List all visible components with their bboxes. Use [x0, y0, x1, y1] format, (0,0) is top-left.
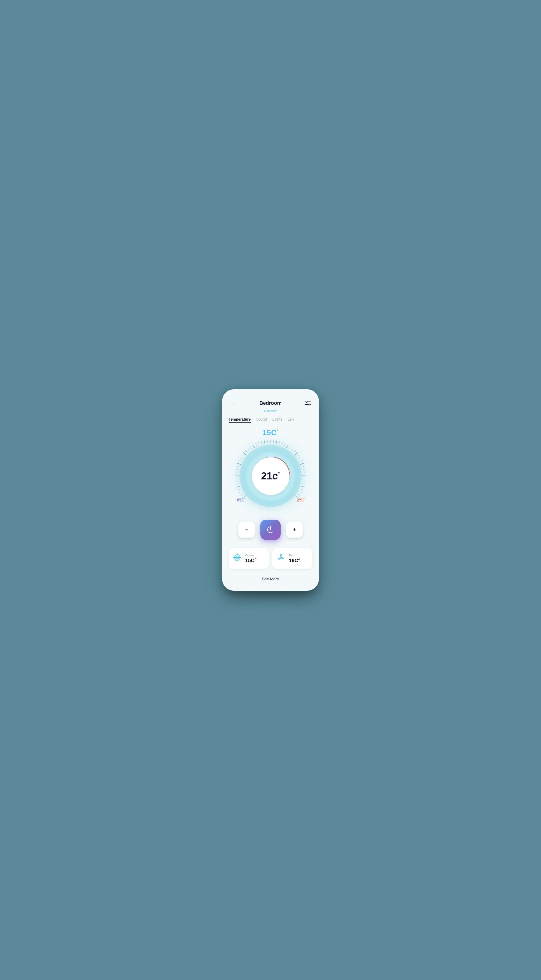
svg-line-23 [250, 447, 251, 448]
svg-line-35 [284, 444, 286, 445]
power-button[interactable] [260, 520, 281, 540]
svg-line-9 [236, 484, 238, 484]
cooler-value: 15C° [245, 558, 257, 563]
svg-line-54 [300, 492, 302, 493]
svg-line-34 [282, 442, 282, 444]
svg-line-6 [239, 492, 241, 493]
tab-temperature[interactable]: Temperature [229, 417, 251, 423]
devices-count: 4 devices [229, 409, 312, 413]
fan-info: Fan 19C° [289, 554, 300, 563]
svg-line-24 [253, 445, 255, 448]
cooler-label: Cooler [245, 554, 257, 557]
svg-line-7 [238, 489, 240, 490]
controls-row: − + [229, 520, 312, 540]
tab-len[interactable]: Len [288, 417, 294, 423]
svg-line-27 [261, 442, 262, 444]
fan-label: Fan [289, 554, 300, 557]
svg-point-1 [306, 401, 307, 402]
header: ← Bedroom [229, 399, 312, 408]
svg-line-33 [279, 442, 279, 444]
see-more-button[interactable]: See More [229, 574, 312, 582]
cooler-icon [232, 553, 242, 565]
svg-line-14 [236, 469, 238, 469]
svg-line-36 [286, 445, 288, 448]
tab-lights[interactable]: Lights [272, 417, 282, 423]
svg-line-18 [240, 458, 242, 459]
svg-line-38 [292, 449, 293, 450]
decrease-button[interactable]: − [238, 522, 255, 538]
svg-line-26 [259, 442, 259, 444]
svg-line-8 [237, 486, 240, 487]
settings-icon [305, 401, 311, 406]
svg-line-51 [303, 484, 305, 484]
svg-line-17 [239, 460, 240, 461]
tabs-bar: Temperature Sound Lights Len [229, 417, 312, 423]
cooler-info: Cooler 15C° [245, 554, 257, 563]
svg-line-37 [290, 447, 291, 448]
svg-line-15 [236, 466, 238, 467]
tab-sound[interactable]: Sound [256, 417, 267, 423]
svg-line-25 [255, 444, 257, 445]
svg-line-19 [241, 455, 243, 456]
current-temperature: 21c° [261, 471, 280, 481]
cooler-card[interactable]: Cooler 15C° [229, 548, 269, 569]
fan-value: 19C° [289, 558, 300, 563]
svg-point-75 [280, 557, 281, 558]
svg-line-44 [300, 463, 304, 465]
svg-line-31 [273, 441, 274, 443]
svg-line-42 [299, 458, 301, 459]
phone-wrapper: ← Bedroom 4 devices Temperature Sound Li… [222, 389, 319, 591]
svg-line-43 [301, 460, 302, 461]
fan-card[interactable]: Fan 19C° [272, 548, 312, 569]
max-temperature: 25C° [297, 497, 305, 503]
fan-icon [276, 553, 286, 565]
increase-button[interactable]: + [286, 522, 303, 538]
back-button[interactable]: ← [229, 399, 238, 408]
device-cards: Cooler 15C° Fan 19C [229, 548, 312, 569]
inner-circle: 21c° [252, 457, 290, 495]
phone-screen: ← Bedroom 4 devices Temperature Sound Li… [222, 389, 319, 591]
svg-line-45 [303, 466, 305, 467]
svg-line-41 [298, 455, 299, 456]
svg-line-52 [301, 486, 304, 487]
svg-line-32 [276, 441, 277, 444]
svg-line-5 [241, 494, 243, 495]
svg-line-53 [301, 489, 303, 490]
power-icon [266, 525, 275, 535]
thermostat-dial[interactable]: 21c° 05C° 25C° [234, 439, 307, 513]
settings-button[interactable] [303, 399, 312, 408]
svg-line-16 [237, 463, 241, 465]
svg-line-46 [303, 469, 305, 469]
svg-line-22 [248, 449, 249, 450]
min-temperature: 05C° [237, 497, 246, 503]
svg-point-3 [308, 404, 310, 405]
svg-line-55 [298, 494, 300, 495]
svg-line-28 [264, 441, 265, 444]
target-temperature: 15C° [229, 428, 312, 437]
page-title: Bedroom [260, 400, 282, 406]
